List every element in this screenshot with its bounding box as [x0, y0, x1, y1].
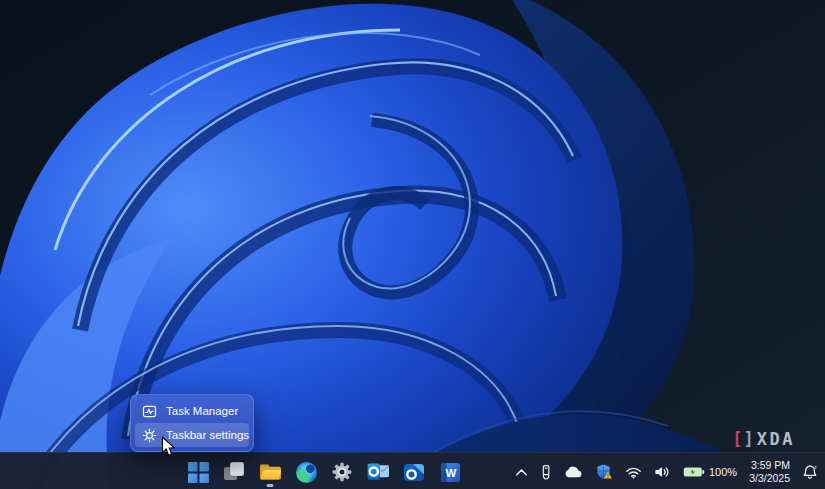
settings-button[interactable]: [325, 456, 359, 488]
svg-text:z: z: [814, 465, 817, 470]
chevron-up-icon: [515, 467, 528, 478]
running-indicator: [267, 484, 274, 487]
menu-item-label: Task Manager: [166, 405, 238, 417]
task-view-icon: [223, 461, 245, 483]
windows-start-icon: [188, 462, 209, 483]
desktop-wallpaper: [0, 0, 825, 489]
xda-watermark: []XDA: [732, 429, 795, 449]
outlook-classic-icon: [367, 462, 390, 483]
outlook-new-button[interactable]: [397, 456, 431, 488]
start-button[interactable]: [181, 456, 215, 488]
gear-icon: [142, 428, 157, 443]
settings-gear-icon: [331, 461, 353, 483]
battery-button[interactable]: 100%: [681, 463, 739, 481]
taskbar: W: [0, 452, 825, 489]
task-manager-icon: [142, 404, 157, 419]
usb-icon: [540, 464, 552, 481]
menu-item-task-manager[interactable]: Task Manager: [135, 399, 249, 423]
wifi-icon: [625, 466, 642, 479]
usb-device-button[interactable]: [538, 461, 554, 484]
show-hidden-icons-button[interactable]: [513, 464, 530, 481]
task-view-button[interactable]: [217, 456, 251, 488]
notification-bell-icon: z: [802, 464, 818, 480]
bloom-wallpaper-art: [0, 0, 825, 489]
watermark-brand: XDA: [757, 429, 795, 449]
edge-button[interactable]: [289, 456, 323, 488]
volume-icon: [654, 465, 671, 479]
security-shield-warning-icon: [595, 463, 613, 481]
menu-item-taskbar-settings[interactable]: Taskbar settings: [135, 423, 249, 447]
volume-button[interactable]: [652, 462, 673, 482]
watermark-bracket-left: [: [732, 429, 743, 449]
clock: 3:59 PM 3/3/2025: [749, 459, 790, 485]
word-button[interactable]: W: [433, 456, 467, 488]
taskbar-context-menu: Task Manager Taskbar settings: [130, 394, 254, 452]
menu-item-label: Taskbar settings: [166, 429, 249, 441]
word-icon: W: [440, 462, 461, 483]
edge-icon: [296, 462, 317, 483]
system-tray: 100% 3:59 PM 3/3/2025 z: [513, 454, 820, 489]
mouse-cursor: [161, 436, 176, 461]
onedrive-cloud-icon: [564, 465, 583, 479]
clock-button[interactable]: 3:59 PM 3/3/2025: [747, 456, 792, 488]
taskbar-app-group: W: [181, 454, 467, 489]
wifi-button[interactable]: [623, 463, 644, 482]
file-explorer-button[interactable]: [253, 456, 287, 488]
outlook-classic-button[interactable]: [361, 456, 395, 488]
notifications-button[interactable]: z: [800, 461, 820, 483]
svg-text:W: W: [445, 466, 456, 478]
battery-percent: 100%: [709, 466, 737, 478]
watermark-bracket-right: ]: [744, 429, 755, 449]
battery-icon: [683, 466, 705, 478]
windows-security-button[interactable]: [593, 460, 615, 484]
file-explorer-icon: [259, 462, 282, 482]
outlook-new-icon: [403, 462, 425, 483]
clock-date: 3/3/2025: [749, 472, 790, 485]
clock-time: 3:59 PM: [751, 459, 790, 472]
onedrive-button[interactable]: [562, 462, 585, 482]
